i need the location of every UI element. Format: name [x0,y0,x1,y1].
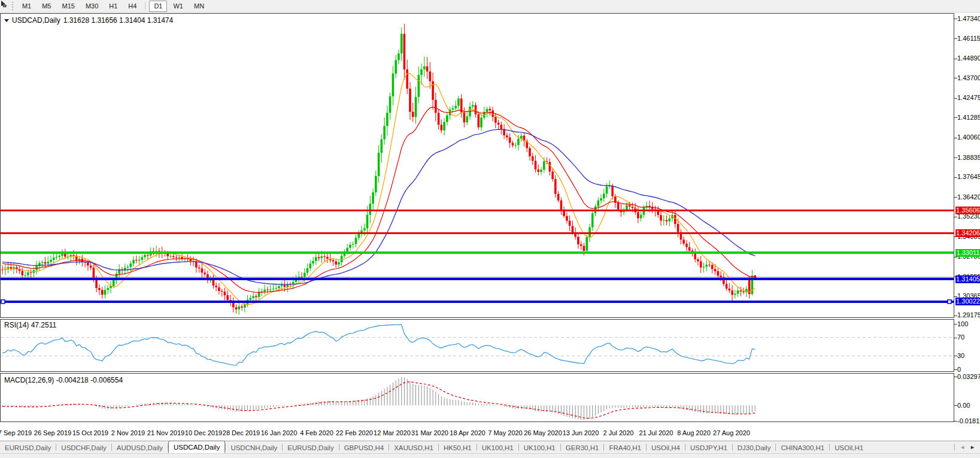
mt4-chart-window: ▼ M1M5M15M30H1H4D1W1MN USDCAD,Daily 1.31… [0,0,980,458]
date-axis-label: 26 Sep 2019 [34,429,71,436]
date-axis-label: 22 Feb 2020 [336,429,373,436]
chart-tab-AUDUSD-Daily[interactable]: AUDUSD,Daily [112,442,168,453]
date-axis-label: 2 Nov 2019 [111,429,145,436]
chart-tab-HK50-H1[interactable]: HK50,H1 [439,442,477,453]
tab-separator [954,444,955,451]
chart-tab-bar: EURUSD,DailyUSDCHF,DailyAUDUSD,DailyUSDC… [0,441,980,453]
price-axis-label: 1.41285 [957,114,980,121]
price-axis-label: 1.36420 [957,193,980,201]
macd-indicator-label: MACD(12,26,9) -0.004218 -0.006554 [4,376,123,384]
date-axis-label: 8 Aug 2020 [677,429,711,436]
chart-tab-UK100-H1[interactable]: UK100,H1 [477,442,518,453]
price-axis-label: 1.43700 [957,74,980,81]
chart-tab-USDCNH-Daily[interactable]: USDCNH,Daily [226,442,282,453]
tab-scroll-left-icon[interactable]: ◄ [960,445,965,450]
date-axis-label: 15 Oct 2019 [72,429,108,436]
date-axis-label: 16 Jan 2020 [261,429,298,436]
date-axis-label: 7 May 2020 [488,429,522,436]
tab-scroll-right-icon[interactable]: ► [970,445,975,450]
chart-canvas[interactable] [0,0,980,441]
chart-tab-USDCAD-Daily[interactable]: USDCAD,Daily [168,441,225,453]
hline-price-label: 1.34206 [955,229,980,237]
date-axis-label: 12 Mar 2020 [374,429,411,436]
date-axis-label: 10 Dec 2019 [185,429,222,436]
date-axis-label: 4 Feb 2020 [300,429,333,436]
date-axis-label: 7 Sep 2019 [0,429,32,436]
symbol-dropdown-icon[interactable] [4,19,9,22]
price-axis-label: 1.40060 [957,134,980,141]
chart-tab-CHINA300-H1[interactable]: CHINA300,H1 [776,442,829,453]
rsi-axis-label: 0 [957,366,961,373]
macd-axis-label: 0.032972 [957,373,980,380]
price-axis-label: 1.42475 [957,94,980,101]
hline-price-label: 1.31405 [955,275,980,283]
chart-tab-EURUSD-Daily[interactable]: EURUSD,Daily [283,442,338,453]
chart-tab-GER30-H1[interactable]: GER30,H1 [561,442,604,453]
date-axis-label: 2 Jul 2020 [603,429,634,436]
status-bar [0,453,980,458]
hline-price-label: 1.30022 [955,298,980,305]
chart-tab-GBPUSD-H4[interactable]: GBPUSD,H4 [339,442,389,453]
rsi-indicator-label: RSI(14) 47.2511 [4,321,56,329]
date-axis-label: 21 Jul 2020 [639,429,673,436]
date-axis-label: 26 May 2020 [524,429,562,436]
price-axis-label: 1.46115 [957,35,980,42]
rsi-axis-label: 30 [957,352,964,359]
hline-price-label: 1.33011 [955,249,980,257]
date-axis-label: 13 Jun 2020 [563,429,599,436]
chart-tab-FRA40-H1[interactable]: FRA40,H1 [604,442,646,453]
chart-tab-USDCHF-Daily[interactable]: USDCHF,Daily [56,442,111,453]
hline-price-label: 1.35606 [955,207,980,214]
chart-tab-USOil-H1[interactable]: USOil,H1 [830,442,868,453]
price-axis-label: 1.29175 [957,311,980,319]
chart-tab-USOil-H4[interactable]: USOil,H4 [647,442,685,453]
date-axis-label: 27 Aug 2020 [713,429,750,436]
price-axis-label: 1.37645 [957,173,980,180]
date-axis-label: 31 Mar 2020 [411,429,448,436]
chart-title: USDCAD,Daily 1.31628 1.31656 1.31404 1.3… [4,16,173,25]
date-axis-label: 18 Apr 2020 [450,429,485,436]
rsi-axis-label: 100 [957,320,968,327]
price-axis-label: 1.38835 [957,154,980,161]
price-axis-label: 1.47340 [957,15,980,22]
chart-tab-EURUSD-Daily[interactable]: EURUSD,Daily [0,442,56,453]
chart-tab-DJ30-Daily[interactable]: DJ30,Daily [733,442,776,453]
date-axis-label: 21 Nov 2019 [147,429,184,436]
chart-symbol-label: USDCAD,Daily [12,16,60,25]
chart-ohlc-values: 1.31628 1.31656 1.31404 1.31474 [63,16,174,25]
rsi-axis-label: 70 [957,333,964,341]
price-axis-label: 1.44890 [957,54,980,62]
chart-tab-UK100-H1[interactable]: UK100,H1 [519,442,560,453]
chart-tab-USDJPY-H1[interactable]: USDJPY,H1 [685,442,732,453]
date-axis-label: 28 Dec 2019 [223,429,260,436]
macd-axis-label: 0.00 [957,402,970,409]
chart-tab-XAUUSD-H1[interactable]: XAUUSD,H1 [389,442,438,453]
macd-axis-label: -0.018154 [957,417,980,424]
